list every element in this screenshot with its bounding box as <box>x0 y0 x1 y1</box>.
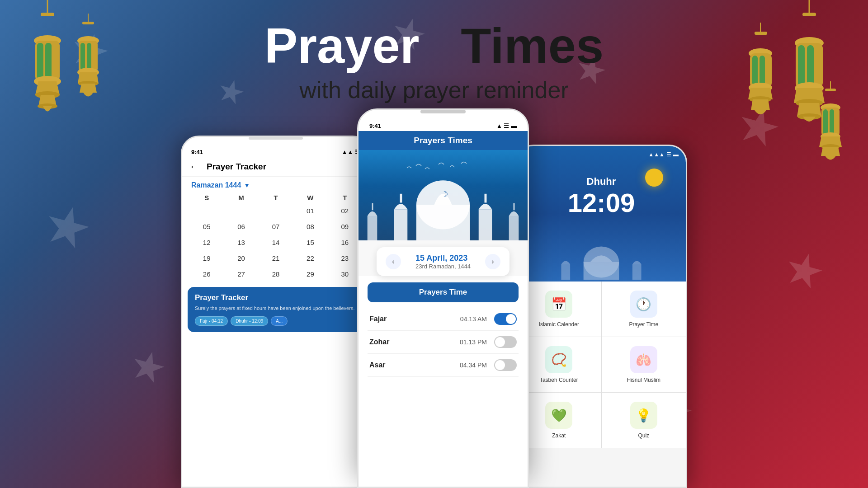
sun-icon <box>645 169 663 187</box>
date-info: 15 April, 2023 23rd Ramadan, 1444 <box>415 253 471 270</box>
mosque-image: ☽ <box>359 150 528 240</box>
grid-item-tasbeh[interactable]: 📿 Tasbeh Counter <box>517 337 601 392</box>
cal-cell[interactable]: 08 <box>293 219 327 234</box>
hisnul-icon: 🫁 <box>630 346 657 373</box>
prayer-tracker-card: Prayer Tracker Surely the prayers at fix… <box>188 287 364 332</box>
center-header: Prayers Times <box>359 131 528 240</box>
cal-cell[interactable]: 06 <box>224 219 258 234</box>
phone-right: ▲▲▲ ☰ ▬ Dhuhr 12:09 <box>515 145 687 488</box>
fajar-toggle[interactable] <box>494 313 517 325</box>
month-selector[interactable]: Ramazan 1444 ▼ <box>182 177 369 194</box>
asar-name: Asar <box>369 361 386 369</box>
right-status-battery: ▬ <box>673 151 679 158</box>
cal-cell[interactable]: 13 <box>224 235 258 250</box>
cal-header-m: M <box>224 194 258 202</box>
main-title: Prayer Times <box>0 18 868 73</box>
header-subtitle: with daily prayer reminder <box>0 76 868 103</box>
cal-cell[interactable] <box>259 203 293 218</box>
right-prayer-time: 12:09 <box>517 188 686 218</box>
cal-cell[interactable]: 28 <box>259 267 293 282</box>
svg-rect-58 <box>485 194 487 203</box>
pill-asr[interactable]: A... <box>271 316 288 326</box>
status-time-left: 9:41 <box>191 149 203 155</box>
date-selector: ‹ 15 April, 2023 23rd Ramadan, 1444 › <box>377 247 509 276</box>
asar-toggle[interactable] <box>494 359 517 371</box>
cal-cell[interactable]: 22 <box>293 251 327 266</box>
calendar-row-3: 12 13 14 15 16 <box>189 235 362 250</box>
back-arrow-icon[interactable]: ← <box>189 161 199 173</box>
next-date-button[interactable]: › <box>485 254 500 269</box>
cal-cell[interactable]: 05 <box>189 219 224 234</box>
prayer-time-label: Prayer Time <box>629 321 658 328</box>
zakat-label: Zakat <box>552 432 566 439</box>
tasbeh-label: Tasbeh Counter <box>540 377 578 383</box>
cal-cell[interactable]: 29 <box>293 267 327 282</box>
calendar-header: S M T W T <box>189 194 362 202</box>
calendar-row-1: 01 02 <box>189 203 362 218</box>
prayer-time-icon: 🕐 <box>630 291 657 318</box>
grid-item-zakat[interactable]: 💚 Zakat <box>517 393 601 448</box>
grid-item-prayer-time[interactable]: 🕐 Prayer Time <box>602 282 686 337</box>
status-bar-left: 9:41 ▲▲ ☰ <box>182 143 369 157</box>
cal-cell[interactable]: 21 <box>259 251 293 266</box>
prev-date-button[interactable]: ‹ <box>386 254 401 269</box>
cal-cell[interactable]: 14 <box>259 235 293 250</box>
prayer-row-zohar: Zohar 01.13 PM <box>368 331 519 354</box>
cal-cell[interactable]: 12 <box>189 235 224 250</box>
svg-rect-67 <box>632 264 642 280</box>
cal-header-t1: T <box>259 194 293 202</box>
grid-item-hisnul[interactable]: 🫁 Hisnul Muslim <box>602 337 686 392</box>
zakat-icon: 💚 <box>545 402 572 429</box>
cal-cell[interactable]: 07 <box>259 219 293 234</box>
svg-rect-59 <box>368 216 377 240</box>
svg-rect-66 <box>561 264 570 280</box>
prayer-pills: Fajr - 04:12 Dhuhr - 12:09 A... <box>195 316 357 326</box>
pill-fajr[interactable]: Fajr - 04:12 <box>195 316 228 326</box>
quiz-label: Quiz <box>638 432 649 439</box>
zohar-toggle[interactable] <box>494 336 517 348</box>
zohar-time: 01.13 PM <box>460 338 487 346</box>
islamic-calendar-icon: 📅 <box>545 291 572 318</box>
header: Prayer Times with daily prayer reminder <box>0 0 868 103</box>
cal-cell[interactable] <box>224 203 258 218</box>
cal-cell[interactable]: 15 <box>293 235 327 250</box>
asar-toggle-knob <box>495 360 505 370</box>
prayers-time-header: Prayers Time <box>368 282 519 302</box>
month-label: Ramazan 1444 <box>191 181 241 189</box>
cal-cell[interactable]: 19 <box>189 251 224 266</box>
tasbeh-icon: 📿 <box>545 346 572 373</box>
tracker-card-text: Surely the prayers at fixed hours have b… <box>195 305 357 312</box>
phones-container: 9:41 ▲▲ ☰ ← Prayer Tracker Ramazan 1444 … <box>181 108 687 488</box>
phone-center: 9:41 ▲ ☰ ▬ Prayers Times <box>357 108 529 488</box>
islamic-calendar-label: Islamic Calender <box>539 321 579 328</box>
tracker-card-title: Prayer Tracker <box>195 293 357 302</box>
calendar-grid: S M T W T 01 02 05 06 07 08 <box>182 194 369 282</box>
phone-left: 9:41 ▲▲ ☰ ← Prayer Tracker Ramazan 1444 … <box>181 136 371 488</box>
cal-header-w: W <box>293 194 327 202</box>
title-word-prayer: Prayer <box>264 18 420 73</box>
nav-title-left: Prayer Tracker <box>207 162 266 172</box>
nav-bar-left: ← Prayer Tracker <box>182 157 369 177</box>
grid-item-quiz[interactable]: 💡 Quiz <box>602 393 686 448</box>
pill-dhuhr[interactable]: Dhuhr - 12:09 <box>231 316 268 326</box>
notch-center <box>420 110 466 113</box>
grid-item-islamic-calendar[interactable]: 📅 Islamic Calender <box>517 282 601 337</box>
cal-cell[interactable]: 27 <box>224 267 258 282</box>
right-status-bar: ▲▲▲ ☰ ▬ <box>517 146 686 158</box>
sub-date: 23rd Ramadan, 1444 <box>415 263 471 270</box>
center-header-title: Prayers Times <box>359 136 528 150</box>
svg-rect-61 <box>509 216 519 240</box>
chevron-down-icon: ▼ <box>244 182 250 189</box>
fajar-time: 04.13 AM <box>460 315 487 323</box>
cal-cell[interactable] <box>189 203 224 218</box>
status-time-center: 9:41 <box>369 122 381 129</box>
cal-cell[interactable]: 20 <box>224 251 258 266</box>
right-top-section: ▲▲▲ ☰ ▬ Dhuhr 12:09 <box>517 146 686 282</box>
cal-cell[interactable]: 01 <box>293 203 327 218</box>
svg-rect-56 <box>400 194 402 203</box>
svg-rect-60 <box>372 203 373 210</box>
calendar-row-5: 26 27 28 29 30 <box>189 267 362 282</box>
prayer-row-fajar: Fajar 04.13 AM <box>368 308 519 331</box>
right-grid: 📅 Islamic Calender 🕐 Prayer Time 📿 Tasbe… <box>517 282 686 448</box>
cal-cell[interactable]: 26 <box>189 267 224 282</box>
